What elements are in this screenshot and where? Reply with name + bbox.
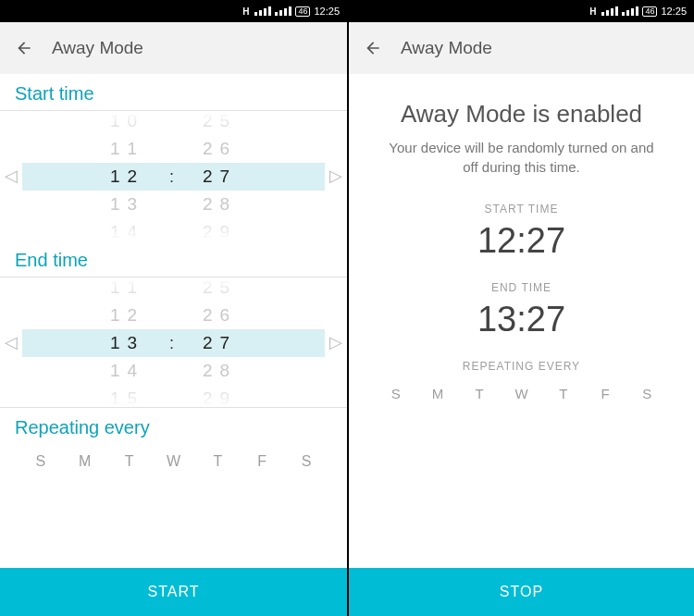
picker-left-arrow[interactable]: ◁ bbox=[0, 332, 22, 352]
back-button[interactable] bbox=[364, 39, 382, 57]
day-tue: T bbox=[459, 386, 501, 401]
screen-config: H 46 12:25 Away Mode Start time ◁ 1 bbox=[0, 0, 347, 616]
day-sun[interactable]: S bbox=[19, 453, 63, 470]
status-bar: H 46 12:25 bbox=[0, 0, 347, 22]
signal-icon bbox=[622, 6, 638, 16]
battery-icon: 46 bbox=[642, 6, 657, 17]
battery-icon: 46 bbox=[295, 6, 310, 17]
start-time-picker[interactable]: ◁ 10 11 12 13 14 : 25 bbox=[0, 111, 347, 240]
day-thu[interactable]: T bbox=[195, 453, 240, 470]
start-button[interactable]: START bbox=[0, 568, 347, 616]
day-thu: T bbox=[542, 386, 584, 401]
day-sat[interactable]: S bbox=[284, 453, 328, 470]
clock-text: 12:25 bbox=[661, 6, 687, 17]
end-time-picker[interactable]: ◁ 11 12 13 14 15 : 25 bbox=[0, 277, 347, 407]
enabled-heading: Away Mode is enabled bbox=[349, 74, 694, 138]
end-time-caption: END TIME bbox=[349, 281, 694, 294]
signal-icon bbox=[601, 6, 618, 16]
hour-wheel[interactable]: 11 12 13 14 15 bbox=[91, 277, 165, 407]
back-button[interactable] bbox=[15, 39, 33, 57]
enabled-subtext: Your device will be randomly turned on a… bbox=[349, 138, 694, 203]
picker-right-arrow[interactable]: ▷ bbox=[325, 332, 347, 352]
repeat-caption: REPEATING EVERY bbox=[349, 360, 694, 373]
arrow-left-icon bbox=[15, 39, 33, 57]
config-content: Start time ◁ 10 11 12 13 14 : bbox=[0, 74, 347, 568]
day-sun: S bbox=[375, 386, 416, 401]
app-bar: Away Mode bbox=[349, 22, 694, 74]
carrier-icon: H bbox=[242, 6, 249, 17]
page-title: Away Mode bbox=[401, 38, 492, 58]
page-title: Away Mode bbox=[52, 38, 143, 58]
end-time-value: 13:27 bbox=[349, 294, 694, 360]
day-wed: W bbox=[501, 386, 542, 401]
time-separator: : bbox=[165, 277, 183, 357]
day-tue[interactable]: T bbox=[107, 453, 152, 470]
time-separator: : bbox=[165, 111, 183, 191]
stop-button[interactable]: STOP bbox=[349, 568, 694, 616]
picker-left-arrow[interactable]: ◁ bbox=[0, 166, 22, 186]
repeat-label: Repeating every bbox=[0, 408, 347, 440]
app-bar: Away Mode bbox=[0, 22, 347, 74]
day-fri[interactable]: F bbox=[240, 453, 284, 470]
arrow-left-icon bbox=[364, 39, 382, 57]
day-sat: S bbox=[626, 386, 668, 401]
day-mon[interactable]: M bbox=[63, 453, 107, 470]
carrier-icon: H bbox=[589, 6, 596, 17]
end-time-label: End time bbox=[0, 240, 347, 277]
clock-text: 12:25 bbox=[314, 6, 340, 17]
minute-wheel[interactable]: 25 26 27 28 29 bbox=[183, 277, 257, 407]
day-selector: S M T W T F S bbox=[0, 440, 347, 488]
screen-enabled: H 46 12:25 Away Mode Away Mode is enable… bbox=[347, 0, 694, 616]
enabled-content: Away Mode is enabled Your device will be… bbox=[349, 74, 694, 568]
day-display: S M T W T F S bbox=[349, 373, 694, 420]
signal-icon bbox=[275, 6, 291, 16]
start-time-label: Start time bbox=[0, 74, 347, 111]
start-time-caption: START TIME bbox=[349, 203, 694, 216]
start-time-value: 12:27 bbox=[349, 216, 694, 281]
signal-icon bbox=[254, 6, 271, 16]
picker-right-arrow[interactable]: ▷ bbox=[325, 166, 347, 186]
hour-wheel[interactable]: 10 11 12 13 14 bbox=[91, 111, 165, 240]
minute-wheel[interactable]: 25 26 27 28 29 bbox=[183, 111, 257, 240]
day-mon: M bbox=[416, 386, 458, 401]
status-bar: H 46 12:25 bbox=[349, 0, 694, 22]
day-wed[interactable]: W bbox=[152, 453, 196, 470]
day-fri: F bbox=[584, 386, 626, 401]
